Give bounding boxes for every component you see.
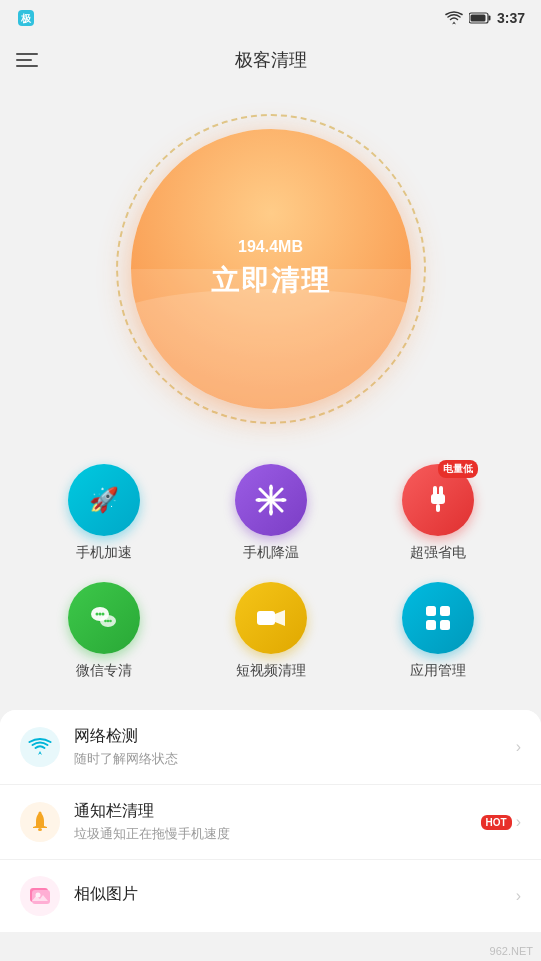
wifi-icon xyxy=(445,11,463,25)
network-sub: 随时了解网络状态 xyxy=(74,750,516,768)
clean-button[interactable]: 194.4MB 立即清理 xyxy=(131,129,411,409)
apps-grid-icon xyxy=(420,600,456,636)
video-icon-wrap xyxy=(235,582,307,654)
photo-chevron: › xyxy=(516,887,521,905)
svg-rect-31 xyxy=(426,620,436,630)
status-left: 极 xyxy=(16,8,36,28)
svg-point-11 xyxy=(269,486,273,490)
app-icon: 极 xyxy=(16,8,36,28)
svg-rect-29 xyxy=(426,606,436,616)
bell-icon xyxy=(28,810,52,834)
network-chevron: › xyxy=(516,738,521,756)
svg-point-24 xyxy=(104,620,107,623)
grid-item-apps[interactable]: 应用管理 xyxy=(388,582,488,680)
dashed-ring: 194.4MB 立即清理 xyxy=(116,114,426,424)
notify-sub: 垃圾通知正在拖慢手机速度 xyxy=(74,825,481,843)
menu-button[interactable] xyxy=(16,53,38,67)
svg-point-14 xyxy=(281,498,285,502)
list-item-notify[interactable]: 通知栏清理 垃圾通知正在拖慢手机速度 HOT › xyxy=(0,785,541,860)
grid-item-speed[interactable]: 🚀 手机加速 xyxy=(54,464,154,562)
svg-text:极: 极 xyxy=(20,13,32,24)
hot-badge: HOT xyxy=(481,815,512,830)
plug-icon xyxy=(420,482,456,518)
apps-icon-wrap xyxy=(402,582,474,654)
network-right: › xyxy=(516,738,521,756)
grid-row-1: 🚀 手机加速 手机降温 xyxy=(20,464,521,562)
notify-right: HOT › xyxy=(481,813,521,831)
notify-icon-wrap xyxy=(20,802,60,842)
network-title: 网络检测 xyxy=(74,726,516,747)
svg-marker-28 xyxy=(275,610,285,626)
network-text: 网络检测 随时了解网络状态 xyxy=(74,726,516,768)
list-item-photo[interactable]: 相似图片 › xyxy=(0,860,541,932)
battery-icon xyxy=(469,12,491,24)
memory-size: 194.4MB xyxy=(211,238,331,256)
wechat-icon-wrap xyxy=(68,582,140,654)
svg-point-26 xyxy=(109,620,112,623)
notify-title: 通知栏清理 xyxy=(74,801,481,822)
svg-point-21 xyxy=(98,613,101,616)
video-label: 短视频清理 xyxy=(236,662,306,680)
snowflake-icon xyxy=(253,482,289,518)
circle-area[interactable]: 194.4MB 立即清理 xyxy=(0,84,541,444)
svg-point-20 xyxy=(95,613,98,616)
top-bar: 极客清理 xyxy=(0,36,541,84)
menu-line-2 xyxy=(16,59,32,61)
photo-title: 相似图片 xyxy=(74,884,516,905)
wechat-label: 微信专清 xyxy=(76,662,132,680)
watermark: 962.NET xyxy=(482,941,541,961)
circle-content: 194.4MB 立即清理 xyxy=(211,238,331,300)
notify-chevron: › xyxy=(516,813,521,831)
svg-point-25 xyxy=(106,620,109,623)
wechat-icon xyxy=(86,600,122,636)
grid-item-cool[interactable]: 手机降温 xyxy=(221,464,321,562)
grid-item-power[interactable]: 电量低 超强省电 xyxy=(388,464,488,562)
grid-section: 🚀 手机加速 手机降温 xyxy=(0,444,541,710)
power-icon-wrap: 电量低 xyxy=(402,464,474,536)
speed-label: 手机加速 xyxy=(76,544,132,562)
wave-layer xyxy=(131,289,411,409)
svg-point-13 xyxy=(257,498,261,502)
svg-point-10 xyxy=(268,497,274,503)
list-item-network[interactable]: 网络检测 随时了解网络状态 › xyxy=(0,710,541,785)
video-camera-icon xyxy=(253,600,289,636)
grid-item-video[interactable]: 短视频清理 xyxy=(221,582,321,680)
menu-line-1 xyxy=(16,53,38,55)
cool-label: 手机降温 xyxy=(243,544,299,562)
status-right: 3:37 xyxy=(445,10,525,26)
page-title: 极客清理 xyxy=(235,48,307,72)
power-badge: 电量低 xyxy=(438,460,478,478)
photo-icon xyxy=(28,884,52,908)
speed-icon-wrap: 🚀 xyxy=(68,464,140,536)
svg-rect-4 xyxy=(470,15,485,22)
apps-label: 应用管理 xyxy=(410,662,466,680)
photo-right: › xyxy=(516,887,521,905)
power-label: 超强省电 xyxy=(410,544,466,562)
grid-item-wechat[interactable]: 微信专清 xyxy=(54,582,154,680)
svg-rect-30 xyxy=(440,606,450,616)
svg-point-34 xyxy=(39,812,42,815)
svg-rect-27 xyxy=(257,611,275,625)
svg-point-22 xyxy=(101,613,104,616)
svg-rect-18 xyxy=(436,504,440,512)
network-icon-wrap xyxy=(20,727,60,767)
svg-rect-36 xyxy=(32,890,50,904)
grid-row-2: 微信专清 短视频清理 应用管理 xyxy=(20,582,521,680)
rocket-icon: 🚀 xyxy=(86,482,122,518)
status-bar: 极 3:37 xyxy=(0,0,541,36)
svg-rect-3 xyxy=(488,16,490,21)
notify-text: 通知栏清理 垃圾通知正在拖慢手机速度 xyxy=(74,801,481,843)
svg-point-12 xyxy=(269,510,273,514)
svg-text:🚀: 🚀 xyxy=(89,485,119,514)
svg-rect-33 xyxy=(38,828,42,831)
clean-label: 立即清理 xyxy=(211,262,331,300)
menu-line-3 xyxy=(16,65,38,67)
list-section: 网络检测 随时了解网络状态 › 通知栏清理 垃圾通知正在拖慢手机速度 HOT › xyxy=(0,710,541,932)
wifi-list-icon xyxy=(28,737,52,757)
svg-rect-32 xyxy=(440,620,450,630)
svg-rect-17 xyxy=(431,494,445,504)
cool-icon-wrap xyxy=(235,464,307,536)
photo-icon-wrap xyxy=(20,876,60,916)
photo-text: 相似图片 xyxy=(74,884,516,908)
time-display: 3:37 xyxy=(497,10,525,26)
